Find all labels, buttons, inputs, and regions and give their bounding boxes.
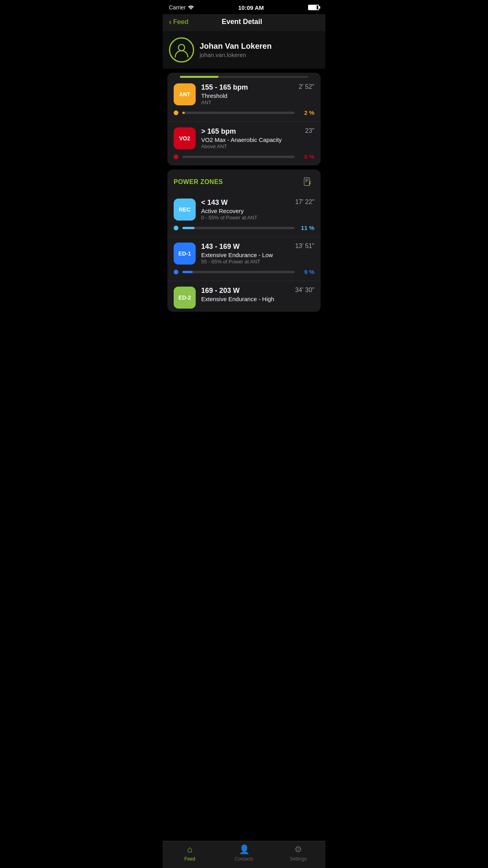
zone-dot-rec (174, 226, 178, 230)
svg-point-1 (178, 44, 185, 51)
svg-point-0 (191, 9, 191, 10)
heart-rate-zones-card: ANT 155 - 165 bpm Threshold ANT 2' 52" 2… (167, 73, 321, 166)
zone-sub-rec: 0 - 55% of Power at ANT (201, 215, 290, 221)
zone-row-vo2: VO2 > 165 bpm VO2 Max - Anaerobic Capaci… (167, 122, 321, 166)
page-title: Event Detail (222, 18, 262, 26)
zone-range-rec: < 143 W (201, 199, 290, 207)
zone-sub-vo2: Above ANT (201, 143, 300, 149)
avatar-icon (173, 41, 190, 59)
profile-info: Johan Van Lokeren johan.van.lokeren (200, 42, 272, 58)
status-time: 10:09 AM (238, 4, 264, 11)
progress-fill-ant (182, 112, 185, 114)
carrier-label: Carrier (169, 4, 186, 11)
zone-row-ed2: ED-2 169 - 203 W Extensive Endurance - H… (167, 281, 321, 312)
zone-dot-ant (174, 110, 178, 115)
carrier-info: Carrier (169, 4, 194, 11)
zone-range-vo2: > 165 bpm (201, 127, 300, 136)
profile-username: johan.van.lokeren (200, 51, 272, 58)
battery-icon (308, 5, 319, 10)
zone-progress-ed1: 9 % (174, 268, 314, 275)
zone-range-ed2: 169 - 203 W (201, 287, 290, 295)
zone-info-rec: < 143 W Active Recovery 0 - 55% of Power… (201, 199, 290, 221)
zone-time-rec: 17' 22" (295, 199, 314, 206)
progress-track-ant (182, 112, 295, 114)
zone-time-ant: 2' 52" (299, 83, 314, 90)
progress-fill-ed1 (182, 271, 193, 273)
zone-range-ed1: 143 - 169 W (201, 243, 290, 251)
zone-name-ed2: Extensive Endurance - High (201, 296, 290, 302)
zone-percent-ant: 2 % (299, 109, 314, 116)
zone-time-ed2: 34' 30" (295, 287, 314, 294)
zone-percent-vo2: 0 % (299, 153, 314, 160)
zone-info-vo2: > 165 bpm VO2 Max - Anaerobic Capacity A… (201, 127, 300, 149)
zone-row-rec: REC < 143 W Active Recovery 0 - 55% of P… (167, 193, 321, 237)
profile-name: Johan Van Lokeren (200, 42, 272, 51)
back-chevron-icon: ‹ (169, 17, 172, 26)
zone-progress-rec: 11 % (174, 224, 314, 231)
power-device-icon (302, 176, 314, 188)
progress-track-ed1 (182, 271, 295, 273)
back-label: Feed (173, 18, 189, 26)
content-scroll: ANT 155 - 165 bpm Threshold ANT 2' 52" 2… (163, 73, 325, 347)
status-bar: Carrier 10:09 AM (163, 0, 325, 14)
zone-sub-ant: ANT (201, 99, 293, 105)
zone-name-ed1: Extensive Endurance - Low (201, 252, 290, 258)
zone-info-ed2: 169 - 203 W Extensive Endurance - High (201, 287, 290, 302)
zone-name-rec: Active Recovery (201, 208, 290, 214)
zone-name-vo2: VO2 Max - Anaerobic Capacity (201, 136, 300, 143)
zone-percent-ed1: 9 % (299, 268, 314, 275)
progress-track-rec (182, 227, 295, 229)
zone-progress-vo2: 0 % (174, 153, 314, 160)
zone-badge-ed2: ED-2 (174, 287, 196, 309)
zone-info-ed1: 143 - 169 W Extensive Endurance - Low 55… (201, 243, 290, 265)
zone-badge-ed1: ED-1 (174, 243, 196, 265)
power-zones-card: POWER ZONES REC < 143 W Active Re (167, 169, 321, 312)
zone-name-ant: Threshold (201, 92, 293, 99)
battery-fill (309, 6, 317, 9)
zone-dot-vo2 (174, 154, 178, 159)
zone-percent-rec: 11 % (299, 224, 314, 231)
zone-row-ed1: ED-1 143 - 169 W Extensive Endurance - L… (167, 237, 321, 281)
zone-time-ed1: 13' 51" (295, 243, 314, 250)
zone-badge-ant: ANT (174, 83, 196, 105)
zone-info-ant: 155 - 165 bpm Threshold ANT (201, 83, 293, 105)
zone-progress-ant: 2 % (174, 109, 314, 116)
zone-badge-rec: REC (174, 199, 196, 221)
zone-time-vo2: 23" (305, 127, 314, 134)
wifi-icon (188, 5, 194, 10)
top-progress-bar (180, 76, 308, 78)
zone-sub-ed1: 55 - 65% of Power at ANT (201, 259, 290, 265)
power-zones-title: POWER ZONES (174, 178, 223, 186)
power-zones-header: POWER ZONES (167, 169, 321, 193)
top-progress-fill (180, 76, 218, 78)
progress-fill-rec (182, 227, 194, 229)
nav-bar: ‹ Feed Event Detail (163, 14, 325, 31)
zone-row-ant: ANT 155 - 165 bpm Threshold ANT 2' 52" 2… (167, 78, 321, 122)
zone-dot-ed1 (174, 270, 178, 274)
avatar[interactable] (169, 37, 194, 63)
zone-badge-vo2: VO2 (174, 127, 196, 149)
back-button[interactable]: ‹ Feed (169, 17, 188, 26)
progress-track-vo2 (182, 156, 295, 158)
zone-range-ant: 155 - 165 bpm (201, 83, 293, 92)
profile-section: Johan Van Lokeren johan.van.lokeren (163, 31, 325, 69)
